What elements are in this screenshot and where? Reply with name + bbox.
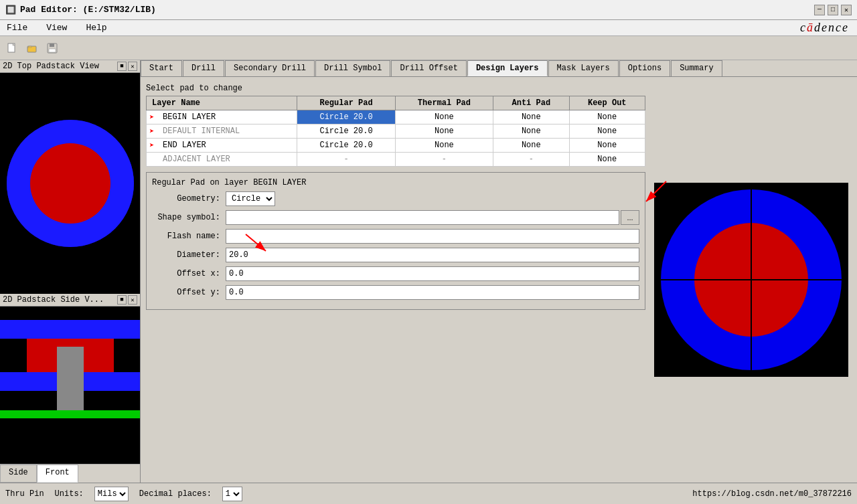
design-right-preview <box>651 82 852 477</box>
tab-design-layers[interactable]: Design Layers <box>467 60 548 76</box>
offset-x-row: Offset x: <box>152 266 639 281</box>
anti-pad-default[interactable]: None <box>493 124 569 139</box>
svg-point-9 <box>30 143 110 224</box>
keep-out-begin[interactable]: None <box>569 110 645 124</box>
keep-out-end[interactable]: None <box>569 139 645 153</box>
svg-rect-15 <box>0 410 140 418</box>
row-arrow-begin: ➤ <box>149 112 154 122</box>
close-button[interactable]: ✕ <box>841 5 852 15</box>
geometry-dropdown-container: Circle <box>226 191 639 206</box>
offset-y-input[interactable] <box>226 285 639 300</box>
keep-out-adjacent[interactable]: None <box>569 153 645 167</box>
side-view-close[interactable]: ✕ <box>128 295 137 305</box>
maximize-button[interactable]: □ <box>828 5 838 15</box>
top-view-close[interactable]: ✕ <box>128 62 137 71</box>
side-view-pin[interactable]: ■ <box>117 295 127 305</box>
tab-summary[interactable]: Summary <box>671 60 722 76</box>
left-panels: 2D Top Padstack View ■ ✕ <box>0 60 141 483</box>
anti-pad-end[interactable]: None <box>493 139 569 153</box>
shape-symbol-input-container: ... <box>226 210 639 225</box>
layer-name-begin: ➤ BEGIN LAYER <box>147 110 297 124</box>
titlebar-title: Pad Editor: (E:/STM32/LIB) <box>20 5 156 15</box>
top-view-canvas <box>0 73 140 294</box>
tab-mask-layers[interactable]: Mask Layers <box>548 60 619 76</box>
app-icon: 🔲 <box>5 5 16 15</box>
open-button[interactable] <box>23 39 42 58</box>
tab-secondary-drill[interactable]: Secondary Drill <box>225 60 315 76</box>
table-row[interactable]: ➤ END LAYER Circle 20.0 None None None <box>147 139 645 153</box>
minimize-button[interactable]: ─ <box>814 5 825 15</box>
keep-out-default[interactable]: None <box>569 124 645 139</box>
right-content: Start Drill Secondary Drill Drill Symbol… <box>141 60 857 483</box>
geometry-label: Geometry: <box>152 194 226 203</box>
table-row[interactable]: ➤ BEGIN LAYER Circle 20.0 None None None <box>147 110 645 124</box>
layer-name-default: ➤ DEFAULT INTERNAL <box>147 124 297 139</box>
flash-name-row: Flash name: <box>152 229 639 244</box>
offset-x-input[interactable] <box>226 266 639 281</box>
titlebar-left: 🔲 Pad Editor: (E:/STM32/LIB) <box>5 5 156 15</box>
side-view-panel <box>0 307 140 464</box>
menu-view[interactable]: View <box>42 21 71 34</box>
tab-drill-offset[interactable]: Drill Offset <box>391 60 466 76</box>
diameter-label: Diameter: <box>152 250 226 260</box>
titlebar-controls: ─ □ ✕ <box>814 5 852 15</box>
decimal-places-select[interactable]: 1 <box>222 487 242 501</box>
svg-rect-4 <box>50 44 54 47</box>
anti-pad-adjacent[interactable]: - <box>493 153 569 167</box>
diameter-input[interactable] <box>226 248 639 262</box>
geometry-row: Geometry: Circle <box>152 191 639 206</box>
regular-pad-default[interactable]: Circle 20.0 <box>297 124 395 139</box>
top-view-panel <box>0 73 140 294</box>
offset-x-label: Offset x: <box>152 269 226 278</box>
table-row[interactable]: ➤ DEFAULT INTERNAL Circle 20.0 None None… <box>147 124 645 139</box>
offset-y-label: Offset y: <box>152 288 226 297</box>
main-area: 2D Top Padstack View ■ ✕ <box>0 60 857 483</box>
layers-table: Layer Name Regular Pad Thermal Pad Anti … <box>146 96 645 167</box>
shape-symbol-input[interactable] <box>226 210 619 225</box>
flash-name-label: Flash name: <box>152 232 226 241</box>
regular-pad-adjacent[interactable]: - <box>297 153 395 167</box>
thermal-pad-adjacent[interactable]: - <box>395 153 493 167</box>
layer-name-adjacent: ADJACENT LAYER <box>147 153 297 167</box>
thermal-pad-end[interactable]: None <box>395 139 493 153</box>
units-label: Units: <box>55 489 84 499</box>
regular-pad-begin[interactable]: Circle 20.0 <box>297 110 395 124</box>
select-pad-section: Select pad to change Layer Name Regular … <box>146 82 645 167</box>
anti-pad-begin[interactable]: None <box>493 110 569 124</box>
top-view-pin[interactable]: ■ <box>117 62 127 71</box>
units-select[interactable]: Mils <box>94 487 129 501</box>
tab-options[interactable]: Options <box>619 60 670 76</box>
side-view-header: 2D Padstack Side V... ■ ✕ <box>0 294 140 307</box>
shape-symbol-browse-button[interactable]: ... <box>621 210 639 225</box>
regular-pad-end[interactable]: Circle 20.0 <box>297 139 395 153</box>
save-button[interactable] <box>43 39 62 58</box>
menu-help[interactable]: Help <box>82 21 110 34</box>
menu-file[interactable]: File <box>3 21 31 34</box>
view-tabs: Side Front <box>0 464 140 483</box>
design-left: Select pad to change Layer Name Regular … <box>146 82 645 477</box>
tab-drill-symbol[interactable]: Drill Symbol <box>315 60 390 76</box>
statusbar-left: Thru Pin Units: Mils Decimal places: 1 <box>5 487 242 501</box>
flash-name-input[interactable] <box>226 229 639 244</box>
col-keep-out: Keep Out <box>569 96 645 110</box>
design-content: Select pad to change Layer Name Regular … <box>141 77 857 483</box>
shape-symbol-row: Shape symbol: ... <box>152 210 639 225</box>
top-view-header: 2D Top Padstack View ■ ✕ <box>0 60 140 73</box>
row-arrow-end: ➤ <box>149 141 154 151</box>
tab-bar: Start Drill Secondary Drill Drill Symbol… <box>141 60 857 77</box>
tab-drill[interactable]: Drill <box>183 60 224 76</box>
titlebar: 🔲 Pad Editor: (E:/STM32/LIB) ─ □ ✕ <box>0 0 857 20</box>
new-button[interactable] <box>3 39 21 58</box>
tab-front[interactable]: Front <box>37 465 78 483</box>
geometry-select[interactable]: Circle <box>226 191 275 206</box>
shape-symbol-label: Shape symbol: <box>152 213 226 222</box>
side-view-title: 2D Padstack Side V... <box>3 295 104 305</box>
tab-side[interactable]: Side <box>0 465 37 483</box>
thermal-pad-begin[interactable]: None <box>395 110 493 124</box>
thermal-pad-default[interactable]: None <box>395 124 493 139</box>
table-row[interactable]: ADJACENT LAYER - - - None <box>147 153 645 167</box>
diameter-row: Diameter: <box>152 248 639 262</box>
tab-start[interactable]: Start <box>141 60 182 76</box>
side-view-controls: ■ ✕ <box>117 295 137 305</box>
row-arrow-default: ➤ <box>149 127 154 137</box>
